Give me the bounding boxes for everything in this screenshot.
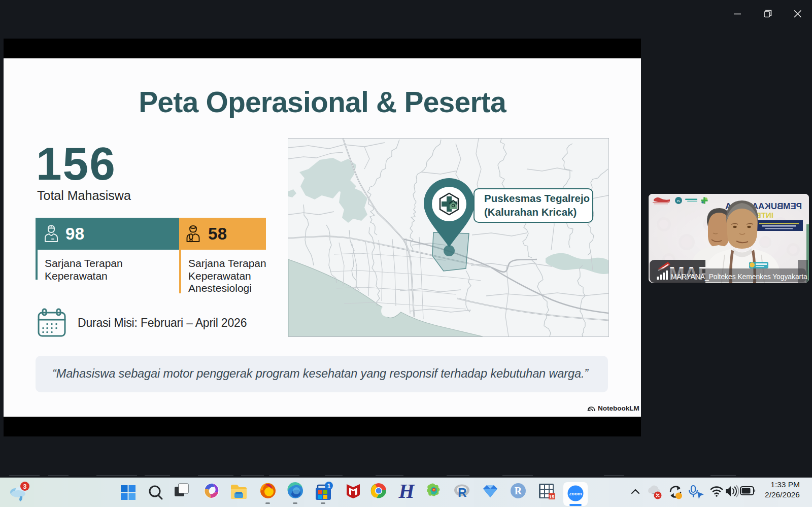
svg-text:3: 3	[23, 483, 27, 490]
svg-text:1:33 PM: 1:33 PM	[770, 480, 800, 489]
svg-text:R: R	[458, 486, 466, 499]
svg-text:MARYANA_Poltekes Kemenkes Yogy: MARYANA_Poltekes Kemenkes Yogyakarta	[671, 273, 807, 281]
svg-text:R: R	[515, 485, 522, 496]
svg-text:PL: PL	[677, 199, 681, 202]
svg-text:1: 1	[327, 483, 331, 490]
svg-text:zoom: zoom	[569, 491, 582, 496]
svg-text:2/26/2026: 2/26/2026	[765, 490, 800, 499]
svg-text:(Kalurahan Kricak): (Kalurahan Kricak)	[484, 206, 577, 218]
svg-text:15: 15	[549, 494, 555, 499]
svg-text:Puskesmas Tegalrejo: Puskesmas Tegalrejo	[484, 192, 590, 204]
svg-text:H: H	[398, 480, 415, 502]
